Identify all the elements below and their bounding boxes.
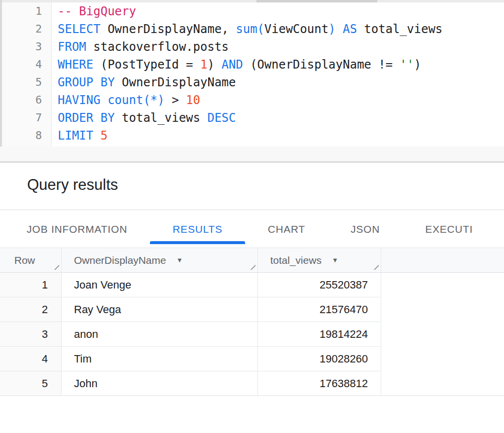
code-token: OwnerDisplayName, <box>101 22 236 36</box>
column-label: total_views <box>270 254 322 266</box>
line-number: 8 <box>2 127 42 144</box>
line-number: 2 <box>2 20 42 38</box>
code-token: WHERE <box>58 58 93 72</box>
code-token: ViewCount <box>264 22 328 36</box>
table-cell: 25520387 <box>258 273 381 297</box>
table-cell <box>381 347 504 371</box>
table-cell: Ray Vega <box>62 297 258 322</box>
column-resize-handle[interactable] <box>52 262 59 270</box>
code-token: stackoverflow.posts <box>86 40 229 54</box>
table-cell: John <box>62 371 258 396</box>
code-token: LIMIT <box>58 129 93 143</box>
editor-left-border <box>0 0 2 163</box>
tab-label: EXECUTI <box>425 223 473 235</box>
code-line: GROUP BY OwnerDisplayName <box>58 73 504 91</box>
code-token: ORDER BY <box>58 111 115 125</box>
results-table: RowOwnerDisplayName▼total_views▼ 1Joan V… <box>0 248 504 396</box>
table-body: 1Joan Venge255203872Ray Vega215764703ano… <box>0 273 504 396</box>
code-token: total_views <box>115 111 208 125</box>
table-cell: 19814224 <box>258 322 381 347</box>
results-tab-bar: JOB INFORMATIONRESULTSCHARTJSONEXECUTI <box>0 211 504 248</box>
table-cell: 4 <box>0 347 62 371</box>
line-number-gutter: 12345678 <box>2 2 52 146</box>
tab-label: CHART <box>268 223 305 235</box>
code-token: FROM <box>58 40 86 54</box>
code-token: HAVING <box>58 93 101 107</box>
code-line: LIMIT 5 <box>58 127 504 144</box>
table-cell: Joan Venge <box>62 273 258 297</box>
code-token: SELECT <box>58 22 101 36</box>
code-token: (PostTypeId = <box>93 58 200 72</box>
tab-label: JSON <box>351 223 380 235</box>
table-header-row: RowOwnerDisplayName▼total_views▼ <box>0 248 504 273</box>
code-token: 10 <box>186 93 200 107</box>
column-resize-handle[interactable] <box>371 262 379 270</box>
code-token: ) <box>414 58 421 72</box>
code-token: -- BigQuery <box>58 4 136 18</box>
column-menu-arrow-icon[interactable]: ▼ <box>177 257 183 263</box>
column-label: Row <box>14 254 35 266</box>
bigquery-query-panel: 12345678 -- BigQuerySELECT OwnerDisplayN… <box>0 0 504 433</box>
tab-job-information[interactable]: JOB INFORMATION <box>4 211 150 248</box>
code-token <box>93 129 100 143</box>
code-token: ) <box>328 22 335 36</box>
tab-executi[interactable]: EXECUTI <box>402 211 496 248</box>
table-cell: 2 <box>0 297 62 322</box>
code-token: total_views <box>357 22 442 36</box>
tab-json[interactable]: JSON <box>328 211 402 248</box>
active-tab-indicator <box>150 241 245 244</box>
table-cell <box>381 273 504 297</box>
code-token <box>336 22 343 36</box>
code-line: SELECT OwnerDisplayName, sum(ViewCount) … <box>58 20 504 38</box>
code-token <box>101 93 108 107</box>
table-cell: Tim <box>62 347 258 371</box>
code-area[interactable]: -- BigQuerySELECT OwnerDisplayName, sum(… <box>52 2 504 146</box>
code-token: AND <box>221 58 243 72</box>
column-header-empty <box>381 248 504 273</box>
tab-chart[interactable]: CHART <box>245 211 328 248</box>
line-number: 1 <box>2 2 42 20</box>
code-token: GROUP BY <box>58 75 115 89</box>
table-cell: 5 <box>0 371 62 396</box>
line-number: 5 <box>2 73 42 91</box>
editor-resize-bar[interactable] <box>0 146 504 163</box>
table-cell <box>381 371 504 396</box>
table-cell: anon <box>62 322 258 347</box>
column-label: OwnerDisplayName <box>74 254 166 266</box>
table-cell <box>381 322 504 347</box>
code-token: '' <box>400 58 414 72</box>
query-results-title: Query results <box>0 163 504 194</box>
code-token: ) <box>207 58 221 72</box>
code-line: WHERE (PostTypeId = 1) AND (OwnerDisplay… <box>58 56 504 73</box>
column-header-row[interactable]: Row <box>0 248 62 273</box>
table-cell: 17638812 <box>258 371 381 396</box>
code-line: ORDER BY total_views DESC <box>58 109 504 127</box>
line-number: 3 <box>2 38 42 56</box>
table-row: 5John17638812 <box>0 371 504 396</box>
table-row: 3anon19814224 <box>0 322 504 347</box>
code-token: OwnerDisplayName <box>115 75 236 89</box>
table-cell <box>381 297 504 322</box>
column-menu-arrow-icon[interactable]: ▼ <box>332 257 338 263</box>
table-cell: 21576470 <box>258 297 381 322</box>
tab-label: RESULTS <box>173 223 222 235</box>
tab-results[interactable]: RESULTS <box>150 211 245 248</box>
column-resize-handle[interactable] <box>248 262 255 270</box>
code-token: sum( <box>236 22 264 36</box>
column-header-ownerdisplayname[interactable]: OwnerDisplayName▼ <box>62 248 258 273</box>
line-number: 6 <box>2 91 42 109</box>
sql-editor[interactable]: 12345678 -- BigQuerySELECT OwnerDisplayN… <box>2 2 504 146</box>
code-token: 1 <box>200 58 207 72</box>
code-token: (OwnerDisplayName != <box>243 58 400 72</box>
code-token: AS <box>343 22 357 36</box>
code-token: > <box>165 93 186 107</box>
line-number: 7 <box>2 109 42 127</box>
code-line: HAVING count(*) > 10 <box>58 91 504 109</box>
table-cell: 19028260 <box>258 347 381 371</box>
column-header-total-views[interactable]: total_views▼ <box>258 248 381 273</box>
query-results-section: Query results <box>0 163 504 210</box>
table-row: 4Tim19028260 <box>0 347 504 371</box>
table-row: 2Ray Vega21576470 <box>0 297 504 322</box>
code-token: DESC <box>207 111 236 125</box>
code-line: FROM stackoverflow.posts <box>58 38 504 56</box>
